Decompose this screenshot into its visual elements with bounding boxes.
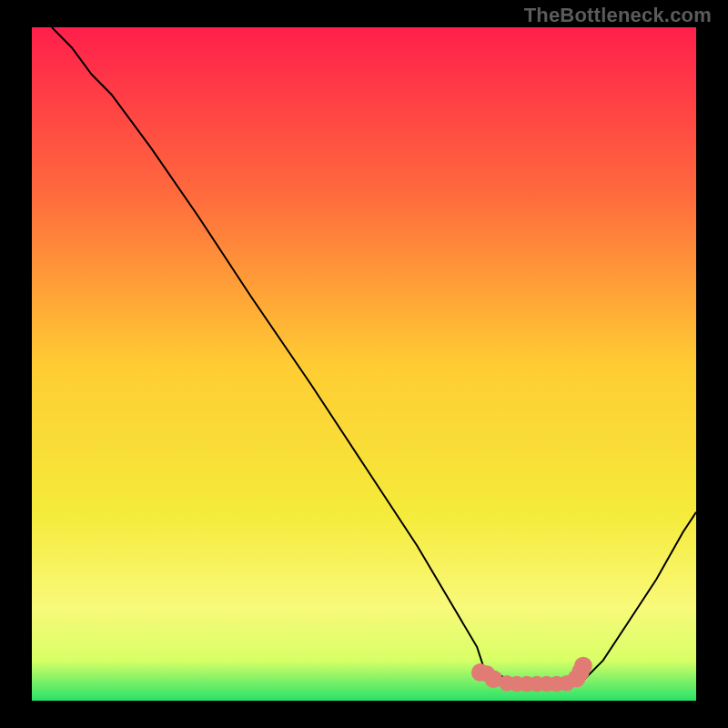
chart-frame: TheBottleneck.com [0, 0, 728, 728]
watermark-text: TheBottleneck.com [524, 4, 712, 27]
chart-plot-area [32, 27, 696, 701]
chart-svg [32, 27, 696, 701]
marker-dot [574, 657, 592, 675]
gradient-background [32, 27, 696, 701]
